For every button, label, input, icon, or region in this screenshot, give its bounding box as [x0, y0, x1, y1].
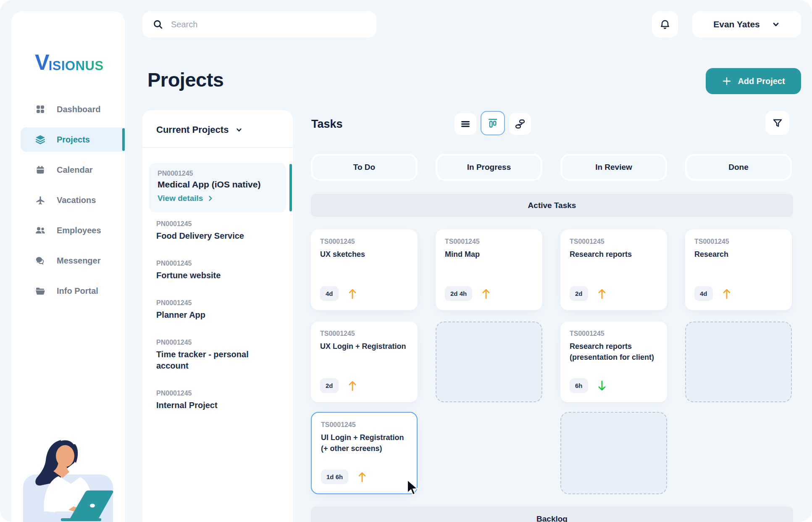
calendar-icon	[35, 164, 46, 175]
kanban-view-button[interactable]	[481, 111, 505, 135]
column-header-in-review[interactable]: In Review	[560, 154, 667, 181]
task-card[interactable]: TS0001245 UX sketches 4d	[311, 229, 418, 310]
column-label: In Progress	[467, 163, 511, 172]
filter-button[interactable]	[765, 111, 789, 135]
selected-project-card[interactable]: PN0001245 Medical App (iOS native) View …	[149, 163, 286, 212]
column-header-in-progress[interactable]: In Progress	[436, 154, 542, 181]
chevron-down-icon	[235, 126, 243, 134]
project-code: PN0001245	[156, 260, 282, 267]
project-code: PN0001245	[156, 220, 282, 228]
sidebar-item-label: Calendar	[57, 165, 93, 175]
section-label: Backlog	[536, 514, 568, 522]
task-code: TS0001245	[445, 238, 533, 245]
task-title: Research	[694, 249, 783, 260]
task-title: Research reports	[570, 249, 658, 260]
task-card[interactable]: TS0001245 Mind Map 2d 4h	[436, 229, 542, 310]
column-header-done[interactable]: Done	[685, 154, 792, 181]
priority-arrow-icon	[597, 380, 607, 392]
priority-arrow-icon	[347, 288, 358, 300]
add-project-button[interactable]: Add Project	[706, 68, 801, 94]
section-label: Active Tasks	[528, 201, 576, 210]
column-label: In Review	[595, 163, 632, 172]
divider	[142, 147, 293, 148]
project-name: Planner App	[156, 309, 282, 321]
sidebar-item-label: Info Portal	[57, 286, 98, 296]
plus-icon	[722, 76, 732, 86]
estimate-badge: 2d 4h	[445, 286, 472, 301]
estimate-badge: 2d	[570, 286, 588, 301]
panel-scrollbar[interactable]	[289, 164, 292, 211]
task-card-selected[interactable]: TS0001245 UI Login + Registration (+ oth…	[311, 412, 418, 494]
search-input[interactable]	[171, 20, 366, 29]
priority-arrow-icon	[481, 288, 491, 300]
project-list-item[interactable]: PN0001245 Food Delivery Service	[156, 220, 282, 242]
empty-task-slot[interactable]	[436, 322, 542, 402]
notifications-button[interactable]	[652, 11, 678, 37]
user-menu[interactable]: Evan Yates	[692, 11, 801, 37]
sidebar-item-label: Employees	[57, 226, 101, 235]
people-icon	[35, 225, 46, 236]
task-title: UX Login + Registration	[320, 341, 408, 352]
project-name: Food Delivery Service	[156, 230, 282, 242]
priority-arrow-icon	[347, 380, 358, 392]
task-code: TS0001245	[570, 330, 658, 337]
sidebar-item-dashboard[interactable]: Dashboard	[11, 97, 125, 121]
list-view-icon	[460, 119, 471, 129]
sidebar-item-label: Messenger	[57, 256, 101, 266]
sidebar-item-employees[interactable]: Employees	[11, 218, 125, 243]
project-code: PN0001245	[156, 339, 282, 346]
priority-arrow-icon	[597, 288, 607, 300]
task-card[interactable]: TS0001245 Research reports (presentation…	[560, 322, 667, 402]
sidebar-item-messenger[interactable]: Messenger	[11, 248, 125, 273]
column-header-todo[interactable]: To Do	[311, 154, 418, 181]
project-list-item[interactable]: PN0001245 Fortune website	[156, 260, 282, 281]
visionus-logo[interactable]: VISIONUS	[35, 53, 104, 71]
search-bar	[142, 11, 376, 37]
task-code: TS0001245	[321, 421, 407, 429]
project-name: Internal Project	[156, 400, 282, 411]
sidebar-item-info-portal[interactable]: Info Portal	[11, 279, 125, 303]
estimate-badge: 4d	[694, 286, 713, 301]
projects-filter-dropdown[interactable]: Current Projects	[142, 110, 293, 135]
timeline-view-icon	[515, 119, 526, 129]
task-code: TS0001245	[694, 238, 783, 245]
task-card[interactable]: TS0001245 Research 4d	[685, 229, 792, 310]
sidebar-item-calendar[interactable]: Calendar	[11, 158, 125, 182]
estimate-badge: 2d	[320, 378, 339, 393]
task-code: TS0001245	[320, 330, 408, 337]
project-list-item[interactable]: PN0001245 Time tracker - personal accoun…	[156, 339, 282, 372]
sidebar-nav: Dashboard Projects Calendar Vacations	[11, 97, 125, 309]
sidebar: VISIONUS Dashboard Projects Calendar	[11, 11, 125, 522]
add-project-label: Add Project	[738, 76, 785, 86]
chevron-down-icon	[772, 20, 780, 29]
task-title: Mind Map	[445, 249, 533, 260]
view-details-link[interactable]: View details	[158, 194, 278, 203]
active-tasks-section-bar: Active Tasks	[311, 194, 793, 217]
layers-icon	[35, 134, 46, 145]
task-card[interactable]: TS0001245 Research reports 2d	[560, 229, 667, 310]
sidebar-item-projects[interactable]: Projects	[11, 127, 125, 152]
project-list-item[interactable]: PN0001245 Internal Project	[156, 390, 282, 411]
list-view-button[interactable]	[455, 113, 476, 135]
column-label: To Do	[353, 163, 375, 172]
empty-task-slot[interactable]	[685, 322, 792, 402]
user-name: Evan Yates	[713, 19, 760, 29]
tasks-title: Tasks	[311, 118, 343, 131]
dashboard-grid-icon	[35, 104, 46, 115]
task-title: UI Login + Registration (+ other screens…	[321, 432, 407, 454]
sidebar-item-vacations[interactable]: Vacations	[11, 188, 125, 212]
task-title: UX sketches	[320, 249, 408, 260]
sidebar-item-label: Vacations	[57, 195, 96, 205]
empty-task-slot[interactable]	[560, 412, 667, 494]
project-code: PN0001245	[156, 390, 282, 397]
projects-filter-label: Current Projects	[156, 124, 229, 135]
sidebar-item-label: Dashboard	[57, 105, 100, 114]
timeline-view-button[interactable]	[509, 113, 531, 135]
project-name: Fortune website	[156, 270, 282, 281]
project-list-item[interactable]: PN0001245 Planner App	[156, 299, 282, 321]
chevron-right-icon	[207, 195, 214, 202]
sidebar-illustration	[11, 436, 125, 522]
task-card[interactable]: TS0001245 UX Login + Registration 2d	[311, 322, 418, 402]
estimate-badge: 6h	[570, 378, 588, 393]
projects-list: PN0001245 Food Delivery Service PN000124…	[156, 220, 282, 429]
